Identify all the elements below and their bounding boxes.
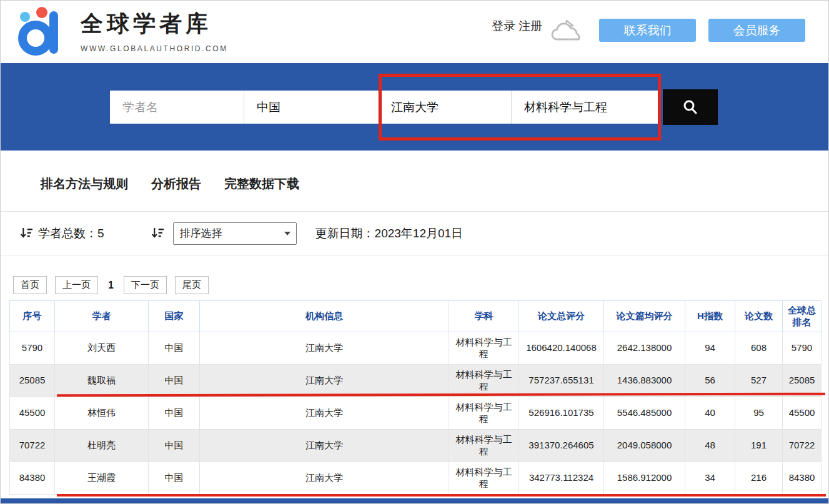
auth-links: 登录 注册 <box>492 18 542 34</box>
table-row: 70722杜明亮中国江南大学材料科学与工程391370.2646052049.0… <box>10 430 822 462</box>
scholar-name-input[interactable] <box>110 91 244 124</box>
table-cell: 1606420.140068 <box>519 332 604 365</box>
page: 全球学者库 WWW.GLOBALAUTHORID.COM 登录 注册 联系我们 … <box>0 0 829 504</box>
pagination-next-button[interactable]: 下一页 <box>124 276 167 294</box>
chevron-down-icon <box>284 232 290 235</box>
nav-item-analysis-report[interactable]: 分析报告 <box>151 175 201 192</box>
table-row: 45500林恒伟中国江南大学材料科学与工程526916.1017355546.4… <box>10 397 822 430</box>
search-button[interactable] <box>663 89 718 125</box>
table-cell: 中国 <box>149 430 200 462</box>
table-cell: 中国 <box>149 397 200 430</box>
table-cell: 191 <box>735 430 783 462</box>
table-cell: 526916.101735 <box>519 397 604 430</box>
stats-bar: 学者总数：5 排序选择 更新日期：2023年12月01日 <box>1 211 828 255</box>
table-cell: 材料科学与工程 <box>449 365 519 397</box>
table-cell: 2049.058000 <box>604 430 685 462</box>
pagination-prev-button[interactable]: 上一页 <box>55 276 98 294</box>
brand-block: 全球学者库 WWW.GLOBALAUTHORID.COM <box>81 9 228 53</box>
search-icon <box>681 98 700 117</box>
table-cell: 材料科学与工程 <box>449 397 519 430</box>
table-cell: 40 <box>685 397 735 430</box>
table-cell: 5790 <box>10 332 55 365</box>
table-cell: 江南大学 <box>200 462 449 495</box>
site-url: WWW.GLOBALAUTHORID.COM <box>81 44 228 53</box>
table-cell: 70722 <box>10 430 55 462</box>
country-input[interactable] <box>244 91 379 124</box>
nav-section: 排名方法与规则 分析报告 完整数据下载 <box>1 151 828 211</box>
table-wrap: 序号学者国家机构信息学科论文总评分论文篇均评分H指数论文数全球总排名 5790刘… <box>9 300 821 495</box>
table-cell: 34 <box>685 462 735 495</box>
sort-select[interactable]: 排序选择 <box>173 222 297 245</box>
login-link[interactable]: 登录 <box>492 19 515 32</box>
table-cell: 江南大学 <box>200 365 449 397</box>
table-cell: 95 <box>735 397 783 430</box>
table-cell: 608 <box>735 332 783 365</box>
table-cell: 2642.138000 <box>604 332 685 365</box>
column-header: 国家 <box>149 301 200 332</box>
table-cell: 342773.112324 <box>519 462 604 495</box>
table-cell: 江南大学 <box>200 332 449 365</box>
pagination: 首页 上一页 1 下一页 尾页 <box>13 276 209 294</box>
scholars-table: 序号学者国家机构信息学科论文总评分论文篇均评分H指数论文数全球总排名 5790刘… <box>9 300 822 495</box>
register-link[interactable]: 注册 <box>519 19 542 32</box>
table-cell: 林恒伟 <box>55 397 149 430</box>
search-bar <box>110 91 718 124</box>
table-cell: 45500 <box>10 397 55 430</box>
table-cell: 5790 <box>783 332 822 365</box>
table-cell: 84380 <box>10 462 55 495</box>
table-cell: 391370.264605 <box>519 430 604 462</box>
column-header: 机构信息 <box>200 301 449 332</box>
table-cell: 48 <box>685 430 735 462</box>
nav-links: 排名方法与规则 分析报告 完整数据下载 <box>1 151 828 192</box>
subject-input[interactable] <box>512 91 661 124</box>
table-cell: 216 <box>735 462 783 495</box>
table-cell: 1436.883000 <box>604 365 685 397</box>
column-header: 论文篇均评分 <box>604 301 685 332</box>
table-cell: 25085 <box>10 365 55 397</box>
column-header: H指数 <box>685 301 735 332</box>
table-cell: 25085 <box>783 365 822 397</box>
logo-graphic <box>12 6 69 58</box>
table-row: 5790刘天西中国江南大学材料科学与工程1606420.1400682642.1… <box>10 332 822 365</box>
column-header: 论文总评分 <box>519 301 604 332</box>
table-cell: 94 <box>685 332 735 365</box>
cloud-icon <box>548 18 584 47</box>
pagination-first-button[interactable]: 首页 <box>13 276 47 294</box>
table-cell: 江南大学 <box>200 430 449 462</box>
nav-item-data-download[interactable]: 完整数据下载 <box>224 175 299 192</box>
table-header-row: 序号学者国家机构信息学科论文总评分论文篇均评分H指数论文数全球总排名 <box>10 301 822 332</box>
table-cell: 70722 <box>783 430 822 462</box>
table-cell: 527 <box>735 365 783 397</box>
table-cell: 中国 <box>149 332 200 365</box>
table-cell: 45500 <box>783 397 822 430</box>
search-section <box>1 63 828 151</box>
column-header: 学科 <box>449 301 519 332</box>
table-cell: 王潮霞 <box>55 462 149 495</box>
table-cell: 材料科学与工程 <box>449 462 519 495</box>
nav-item-ranking-rules[interactable]: 排名方法与规则 <box>41 175 128 192</box>
site-logo-icon[interactable] <box>12 6 69 58</box>
institution-input[interactable] <box>379 91 512 124</box>
site-title: 全球学者库 <box>81 9 228 39</box>
site-header: 全球学者库 WWW.GLOBALAUTHORID.COM 登录 注册 联系我们 … <box>1 1 828 63</box>
table-cell: 5546.485000 <box>604 397 685 430</box>
column-header: 论文数 <box>735 301 783 332</box>
table-row: 25085魏取福中国江南大学材料科学与工程757237.6551311436.8… <box>10 365 822 397</box>
column-header: 序号 <box>10 301 55 332</box>
table-row: 84380王潮霞中国江南大学材料科学与工程342773.1123241586.9… <box>10 462 822 495</box>
table-cell: 1586.912000 <box>604 462 685 495</box>
footer-bar <box>1 498 828 503</box>
scholar-total-label: 学者总数：5 <box>38 225 104 242</box>
update-date-label: 更新日期：2023年12月01日 <box>315 225 464 242</box>
table-cell: 中国 <box>149 365 200 397</box>
pagination-last-button[interactable]: 尾页 <box>175 276 209 294</box>
sort-icon <box>151 227 164 240</box>
table-cell: 江南大学 <box>200 397 449 430</box>
table-cell: 材料科学与工程 <box>449 332 519 365</box>
sort-select-value: 排序选择 <box>180 226 222 240</box>
column-header: 学者 <box>55 301 149 332</box>
table-cell: 魏取福 <box>55 365 149 397</box>
table-cell: 757237.655131 <box>519 365 604 397</box>
contact-button[interactable]: 联系我们 <box>599 19 696 42</box>
member-button[interactable]: 会员服务 <box>708 19 805 42</box>
